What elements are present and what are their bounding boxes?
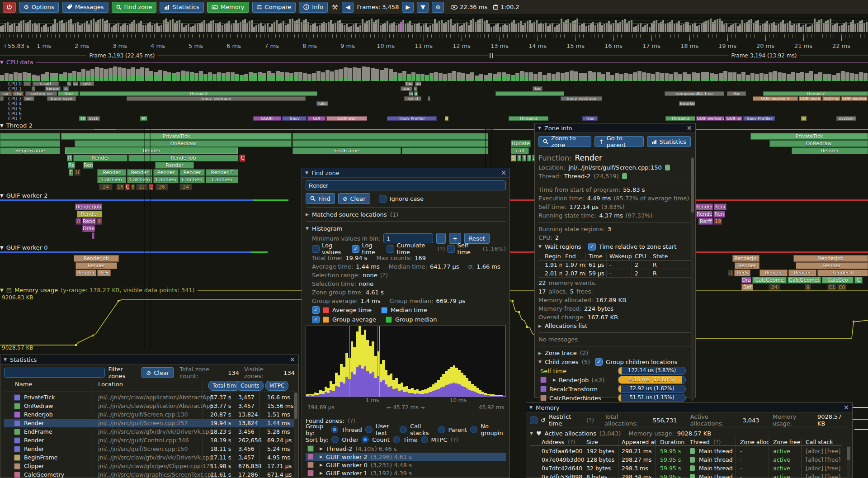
cpu-zone[interactable]: Tracy Profiler: [387, 116, 437, 121]
timeline-zone[interactable]: C: [240, 155, 245, 161]
timeline-zone[interactable]: Ren: [83, 162, 93, 169]
table-row[interactable]: Renderjni/../jni/src/guif/Control.cpp:34…: [4, 436, 295, 445]
next-frame-button[interactable]: ▶: [402, 2, 414, 13]
cpu-zone[interactable]: system: [836, 116, 856, 121]
cpu-zone[interactable]: Thread-2: [80, 91, 317, 96]
found-zone-group[interactable]: ▶GUIF worker 2(3,296) 4.61 s: [306, 453, 506, 461]
timeline-zone[interactable]: CalcGeo: [822, 277, 854, 284]
timeline-zone[interactable]: Rend: [714, 204, 726, 210]
child-zone-row[interactable]: RecalcTransform72.92 us (1.62%): [538, 384, 691, 393]
cpu-zone[interactable]: [24, 81, 31, 86]
tools-icon[interactable]: ⚒: [332, 3, 338, 11]
thread-header[interactable]: ▼Thread-2: [0, 122, 868, 129]
mem-col-size[interactable]: Size: [586, 439, 598, 445]
histogram-section-header[interactable]: ▼ Histogram: [306, 224, 506, 233]
timeline-zone[interactable]: Render: [77, 211, 102, 218]
expand-triangle-icon[interactable]: ▶: [538, 324, 542, 328]
timeline-zone[interactable]: Rencer: [760, 270, 788, 276]
timeline-zone[interactable]: S: [511, 155, 516, 161]
allocation-row[interactable]: 0x7dfc42d64032 bytes298.3 ms59.95 sMain …: [530, 464, 846, 473]
cpu-zone[interactable]: GUIF w: [725, 116, 742, 121]
radio-mtpc[interactable]: [421, 436, 428, 443]
radio-parent[interactable]: [438, 426, 445, 433]
timeline-zone[interactable]: 16: [116, 184, 124, 190]
timeline-zone[interactable]: Render: [65, 147, 238, 154]
timeline-zone[interactable]: T: [517, 155, 521, 161]
timeline-zone[interactable]: Render: [127, 169, 152, 176]
cpu-zone[interactable]: rfg: [13, 91, 24, 96]
bin-decrease-button[interactable]: -: [436, 233, 446, 244]
cpu-zone[interactable]: GUIF worker 2: [841, 96, 868, 101]
cpu-zone[interactable]: GUIF worker 0: [753, 96, 798, 101]
timeline-zone[interactable]: Rerff: [698, 218, 713, 225]
collapse-triangle-icon[interactable]: ▼: [530, 431, 533, 435]
timeline-zone[interactable]: [0, 133, 60, 140]
log-time-checkbox[interactable]: ✓: [352, 245, 359, 253]
wait-table-row[interactable]: 2.01 ms2.07 ms59 μs-2R: [538, 269, 691, 278]
statistics-titlebar[interactable]: ▼ Statistics ×: [0, 355, 298, 364]
frame-separator-row[interactable]: Frame 3,193 (22.45 ms) Frame 3,194 (13.9…: [0, 52, 868, 59]
timeline-zone[interactable]: 24: [99, 184, 113, 190]
cpu-zone[interactable]: kworke: [679, 101, 695, 106]
scrollbar[interactable]: [847, 446, 850, 478]
timeline-zone[interactable]: Re: [68, 162, 75, 169]
find-zone-button[interactable]: Find zone: [112, 2, 157, 13]
mem-col-appeared-at[interactable]: Appeared at: [622, 439, 656, 445]
cpu-zone[interactable]: GGUIF: [253, 116, 281, 121]
focus-frame-button[interactable]: ⊕: [432, 2, 444, 13]
timeline-zone[interactable]: RenderJob: [793, 255, 868, 262]
filter-zones-input[interactable]: [4, 368, 105, 378]
timeline-zone[interactable]: RenderJob: [75, 204, 102, 210]
self-time-checkbox[interactable]: [447, 245, 455, 253]
cpu-zone[interactable]: Thread-2: [763, 91, 868, 96]
child-zones-label[interactable]: Child zones: [545, 359, 579, 365]
found-zone-group[interactable]: ▶Thread-2(4,105) 6.46 s: [306, 445, 506, 453]
timeline-zone[interactable]: 22: [136, 184, 148, 190]
timeline-zone[interactable]: T: [522, 155, 526, 161]
timeline-zone[interactable]: Draw: [82, 225, 95, 232]
timeline-zone[interactable]: C: [125, 184, 130, 190]
thread-value[interactable]: Thread-2: [564, 173, 590, 180]
cpu-zone[interactable]: syst: [80, 81, 94, 86]
power-button[interactable]: [3, 2, 16, 13]
cpu-zone[interactable]: [0, 96, 4, 101]
timeline-zone[interactable]: Render: [179, 169, 205, 176]
mem-col-address[interactable]: Address: [542, 439, 564, 445]
column-header-name[interactable]: Name: [15, 381, 32, 388]
timeline-zone[interactable]: 24: [179, 184, 192, 190]
timeline-zone[interactable]: CalcGeo: [153, 176, 179, 183]
cpu-data-header[interactable]: ▼ CPU data: [0, 59, 868, 66]
timeline-zone[interactable]: Render: [153, 169, 179, 176]
cpu-zone[interactable]: Thread-2: [665, 116, 695, 121]
timeline-zone[interactable]: PrivateTick: [61, 133, 292, 140]
expand-triangle-icon[interactable]: ▶: [538, 351, 542, 355]
cpu-zone[interactable]: tracy_sysn: [47, 96, 76, 101]
timeline-zone[interactable]: RerS: [734, 270, 750, 276]
table-row[interactable]: CalcGeometryjni/../jni/src/claw/graphics…: [4, 470, 295, 478]
table-row[interactable]: OnRedrawjni/../jni/src/claw/application/…: [4, 402, 295, 410]
cpu-zone[interactable]: si: [63, 86, 69, 91]
messages-button[interactable]: Messages: [62, 2, 108, 13]
close-icon[interactable]: ×: [686, 125, 692, 132]
wait-col-end[interactable]: End: [562, 253, 585, 260]
radio-time[interactable]: [393, 436, 400, 443]
timeline-zone[interactable]: T: [527, 155, 531, 161]
timeline-zone[interactable]: R: [67, 155, 72, 161]
cpu-zone[interactable]: GUIF-w: [822, 96, 840, 101]
cpu-zone[interactable]: composer@2.1-se: [665, 91, 724, 96]
wait-col-wakeup[interactable]: Wakeup: [606, 253, 632, 260]
timeline-zone[interactable]: [292, 133, 488, 140]
mem-col-zone-alloc[interactable]: Zone alloc: [740, 439, 769, 445]
cpu-zone[interactable]: au: [415, 81, 421, 86]
found-zone-group[interactable]: ▶GUIF worker 1(3,192) 4.39 s: [306, 469, 506, 477]
timeline-zone[interactable]: RenderJo: [695, 204, 713, 210]
timeline-zone[interactable]: F: [69, 169, 73, 176]
clear-button[interactable]: ⊘Clear: [338, 193, 370, 204]
mem-col-duration[interactable]: Duration: [660, 439, 684, 445]
group-children-checkbox[interactable]: ✓: [595, 358, 603, 366]
cpu-zone[interactable]: Tracy Profiler: [743, 116, 775, 121]
cpu-zone[interactable]: i: [801, 116, 807, 121]
cpu-zone[interactable]: Thre: [58, 91, 79, 96]
location-value[interactable]: jni/../jni/src/guif/Screen.cpp:150: [568, 164, 661, 171]
wait-col-begin[interactable]: Begin: [538, 253, 562, 260]
